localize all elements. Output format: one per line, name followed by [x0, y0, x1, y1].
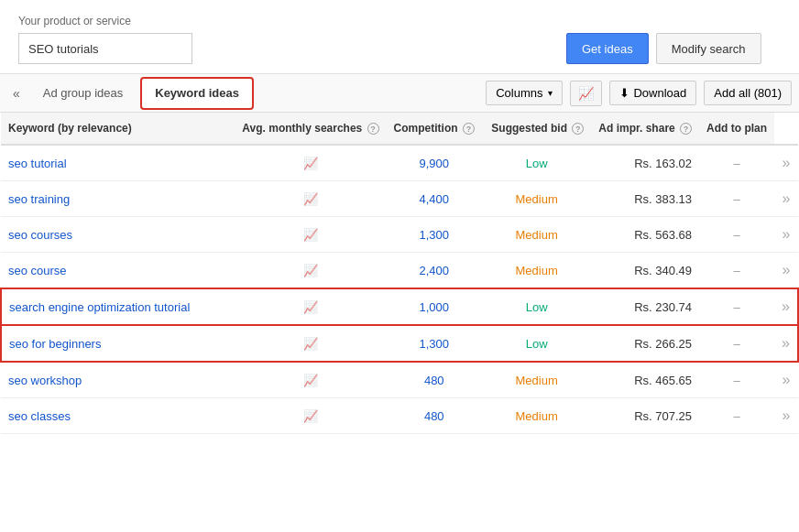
- toolbar-right: Columns ▾ 📈 ⬇ Download Add all (801): [486, 81, 792, 106]
- header-keyword: Keyword (by relevance): [1, 113, 235, 145]
- add-to-plan-button[interactable]: »: [783, 407, 791, 423]
- cell-add-to-plan: »: [774, 288, 798, 325]
- cell-suggested-bid: Rs. 383.13: [591, 181, 699, 217]
- cell-searches: 2,400: [387, 253, 482, 289]
- get-ideas-button[interactable]: Get ideas: [566, 33, 649, 64]
- header-suggested-bid: Suggested bid ?: [482, 113, 591, 145]
- cell-chart-icon: 📈: [235, 325, 386, 362]
- cell-searches: 9,900: [387, 145, 482, 181]
- table-row: seo course📈2,400MediumRs. 340.49–»: [1, 253, 798, 289]
- chart-icon: 📈: [578, 86, 594, 101]
- keyword-name[interactable]: seo for beginners: [9, 337, 101, 351]
- cell-searches: 480: [387, 398, 482, 434]
- ad-impr-info-icon[interactable]: ?: [680, 123, 692, 135]
- cell-keyword: seo for beginners: [1, 325, 235, 362]
- keyword-name[interactable]: seo tutorial: [8, 157, 67, 170]
- cell-searches: 4,400: [387, 181, 482, 217]
- cell-searches: 1,300: [387, 217, 482, 253]
- trend-chart-icon[interactable]: 📈: [303, 192, 318, 206]
- cell-add-to-plan: »: [774, 325, 798, 362]
- competition-value: Medium: [516, 264, 558, 277]
- cell-chart-icon: 📈: [235, 253, 386, 289]
- keyword-name[interactable]: seo classes: [8, 409, 71, 423]
- header-ad-impr-share: Ad impr. share ?: [591, 113, 699, 145]
- download-label: Download: [633, 86, 686, 100]
- keyword-name[interactable]: search engine optimization tutorial: [9, 300, 190, 314]
- competition-value: Medium: [516, 374, 558, 387]
- product-label: Your product or service: [18, 15, 781, 27]
- cell-keyword: seo course: [1, 253, 235, 289]
- cell-ad-impr-share: –: [699, 217, 774, 253]
- search-box-wrapper: [18, 33, 559, 64]
- competition-value: Medium: [516, 409, 558, 423]
- keyword-name[interactable]: seo training: [8, 192, 70, 206]
- table-row: search engine optimization tutorial📈1,00…: [1, 288, 798, 325]
- add-to-plan-button[interactable]: »: [783, 262, 791, 277]
- table-header-row: Keyword (by relevance) Avg. monthly sear…: [1, 113, 798, 145]
- cell-ad-impr-share: –: [699, 398, 774, 434]
- columns-button[interactable]: Columns ▾: [486, 81, 563, 105]
- table-row: seo training📈4,400MediumRs. 383.13–»: [1, 181, 798, 217]
- table-row: seo courses📈1,300MediumRs. 563.68–»: [1, 217, 798, 253]
- cell-suggested-bid: Rs. 230.74: [591, 288, 699, 325]
- keyword-table: Keyword (by relevance) Avg. monthly sear…: [0, 113, 799, 434]
- add-to-plan-button[interactable]: »: [782, 299, 790, 314]
- cell-chart-icon: 📈: [235, 217, 386, 253]
- add-to-plan-button[interactable]: »: [783, 190, 791, 206]
- nav-arrow-icon[interactable]: «: [7, 82, 26, 104]
- trend-chart-icon[interactable]: 📈: [303, 374, 318, 387]
- cell-add-to-plan: »: [774, 398, 798, 434]
- cell-suggested-bid: Rs. 340.49: [591, 253, 699, 289]
- cell-add-to-plan: »: [774, 145, 798, 181]
- cell-suggested-bid: Rs. 266.25: [591, 325, 699, 362]
- competition-value: Medium: [516, 228, 558, 242]
- trend-chart-icon[interactable]: 📈: [303, 157, 318, 170]
- add-all-button[interactable]: Add all (801): [704, 81, 792, 105]
- download-button[interactable]: ⬇ Download: [609, 81, 696, 105]
- cell-add-to-plan: »: [774, 362, 798, 398]
- trend-chart-icon[interactable]: 📈: [303, 337, 318, 351]
- add-to-plan-button[interactable]: »: [783, 155, 791, 170]
- cell-competition: Low: [482, 288, 591, 325]
- cell-competition: Medium: [482, 217, 591, 253]
- columns-label: Columns: [496, 86, 542, 100]
- cell-competition: Medium: [482, 253, 591, 289]
- suggested-bid-info-icon[interactable]: ?: [572, 123, 584, 135]
- header-competition: Competition ?: [387, 113, 482, 145]
- chart-icon-button[interactable]: 📈: [570, 81, 602, 106]
- cell-suggested-bid: Rs. 465.65: [591, 362, 699, 398]
- search-input[interactable]: [18, 33, 192, 64]
- keyword-name[interactable]: seo course: [8, 264, 67, 277]
- trend-chart-icon[interactable]: 📈: [303, 300, 318, 314]
- competition-info-icon[interactable]: ?: [463, 123, 475, 135]
- add-to-plan-button[interactable]: »: [783, 372, 791, 387]
- keyword-name[interactable]: seo courses: [8, 228, 72, 242]
- cell-ad-impr-share: –: [699, 181, 774, 217]
- trend-chart-icon[interactable]: 📈: [303, 228, 318, 242]
- table-row: seo workshop📈480MediumRs. 465.65–»: [1, 362, 798, 398]
- cell-suggested-bid: Rs. 163.02: [591, 145, 699, 181]
- table-row: seo for beginners📈1,300LowRs. 266.25–»: [1, 325, 798, 362]
- modify-search-button[interactable]: Modify search: [656, 33, 761, 64]
- trend-chart-icon[interactable]: 📈: [303, 264, 318, 277]
- cell-add-to-plan: »: [774, 217, 798, 253]
- keyword-name[interactable]: seo workshop: [8, 374, 82, 387]
- tab-ad-group-ideas[interactable]: Ad group ideas: [29, 77, 137, 110]
- trend-chart-icon[interactable]: 📈: [303, 409, 318, 423]
- top-section: Your product or service Get ideas Modify…: [0, 0, 799, 74]
- add-to-plan-button[interactable]: »: [782, 335, 790, 351]
- avg-monthly-info-icon[interactable]: ?: [367, 123, 379, 135]
- cell-competition: Low: [482, 325, 591, 362]
- competition-value: Medium: [516, 192, 558, 206]
- competition-value: Low: [526, 337, 548, 351]
- cell-suggested-bid: Rs. 563.68: [591, 217, 699, 253]
- tab-keyword-ideas[interactable]: Keyword ideas: [140, 77, 254, 110]
- cell-searches: 1,300: [387, 325, 482, 362]
- cell-ad-impr-share: –: [699, 145, 774, 181]
- header-avg-monthly: Avg. monthly searches ?: [235, 113, 386, 145]
- cell-keyword: seo workshop: [1, 362, 235, 398]
- cell-keyword: seo classes: [1, 398, 235, 434]
- table-body: seo tutorial📈9,900LowRs. 163.02–»seo tra…: [1, 145, 798, 434]
- cell-keyword: seo tutorial: [1, 145, 235, 181]
- add-to-plan-button[interactable]: »: [783, 226, 791, 242]
